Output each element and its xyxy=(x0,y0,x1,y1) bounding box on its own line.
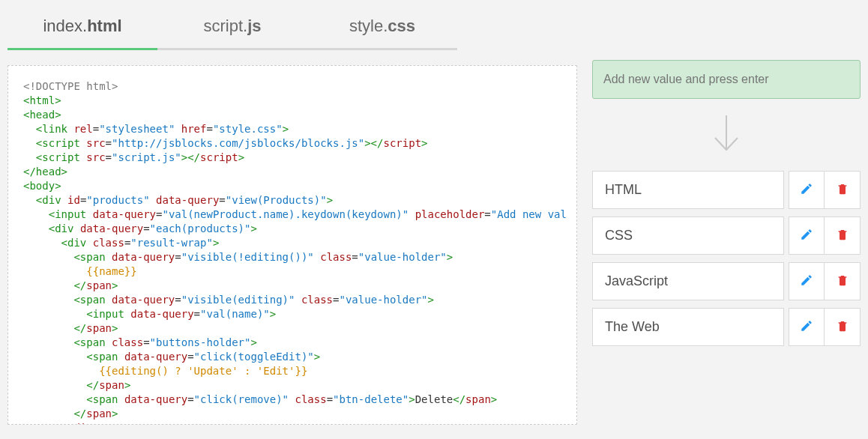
tab-label-pre: script. xyxy=(203,16,247,35)
list-item-actions xyxy=(789,308,861,346)
pencil-icon xyxy=(800,182,813,199)
arrow-down-icon xyxy=(592,99,861,171)
add-value-input[interactable] xyxy=(592,60,861,99)
trash-icon xyxy=(837,182,849,199)
list-item: HTML xyxy=(592,171,861,209)
tab-label-pre: index. xyxy=(43,16,87,35)
code-editor[interactable]: <!DOCTYPE html> <html> <head> <link rel=… xyxy=(7,65,577,425)
trash-icon xyxy=(837,273,849,290)
list-item: CSS xyxy=(592,217,861,255)
edit-button[interactable] xyxy=(789,217,825,255)
edit-button[interactable] xyxy=(789,308,825,346)
tabs: index.htmlscript.jsstyle.css xyxy=(7,0,577,50)
list-item: The Web xyxy=(592,308,861,346)
delete-button[interactable] xyxy=(825,171,861,209)
list-item-actions xyxy=(789,171,861,209)
items-list: HTMLCSSJavaScriptThe Web xyxy=(592,171,861,346)
pencil-icon xyxy=(800,319,813,336)
tab-scriptjs[interactable]: script.js xyxy=(157,0,307,50)
edit-button[interactable] xyxy=(789,262,825,300)
trash-icon xyxy=(837,228,849,244)
list-item-label: CSS xyxy=(592,217,784,255)
trash-icon xyxy=(837,319,849,336)
list-item-actions xyxy=(789,262,861,300)
list-item-label: JavaScript xyxy=(592,262,784,300)
pencil-icon xyxy=(800,273,813,290)
list-item-actions xyxy=(789,217,861,255)
tab-label-pre: style. xyxy=(349,16,388,35)
tab-label-bold: js xyxy=(247,16,261,35)
tab-stylecss[interactable]: style.css xyxy=(307,0,457,50)
tab-label-bold: html xyxy=(87,16,121,35)
delete-button[interactable] xyxy=(825,308,861,346)
list-item-label: HTML xyxy=(592,171,784,209)
delete-button[interactable] xyxy=(825,217,861,255)
list-item-label: The Web xyxy=(592,308,784,346)
tab-label-bold: css xyxy=(388,16,415,35)
edit-button[interactable] xyxy=(789,171,825,209)
delete-button[interactable] xyxy=(825,262,861,300)
tab-indexhtml[interactable]: index.html xyxy=(7,0,157,50)
list-item: JavaScript xyxy=(592,262,861,300)
pencil-icon xyxy=(800,228,813,244)
